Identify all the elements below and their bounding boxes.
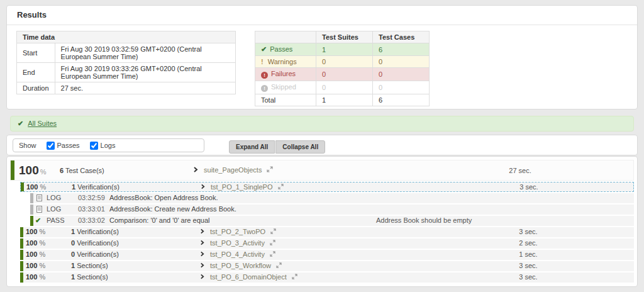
chevron-right-icon[interactable] [201,182,205,192]
test-duration: 3 sec. [506,261,550,271]
time-table-header: Time data [17,31,236,43]
skipped-cases: 0 [373,81,430,94]
status-bar-gray [30,205,33,215]
passes-checkbox-label[interactable]: Passes [40,142,80,150]
test-duration: 1 sec. [506,250,550,259]
controls-panel: Show Passes Logs Expand All Collapse All [6,135,638,155]
logs-checkbox-label[interactable]: Logs [84,142,116,150]
summary-row-warnings: !Warnings 0 0 [255,56,430,68]
status-bar-green [20,250,23,260]
log-row: LOG 03:32:59 AddressBook: Open Address B… [30,193,634,203]
chevron-right-icon[interactable] [200,227,204,237]
log-message: Comparison: '0' and '0' are equal [109,216,209,225]
status-bar-green [11,160,14,180]
test-row[interactable]: 100 % 1 Section(s) tst_PO_6_DomainObject… [20,272,634,283]
all-suites-bar[interactable]: ✔All Suites [10,116,634,132]
status-bar-green [20,272,23,283]
test-percent: 100 [26,183,38,191]
log-time: 03:33:01 [78,205,105,214]
document-icon [36,206,42,215]
summary-row-total: Total 1 6 [255,94,430,106]
test-row[interactable]: 100 % 1 Verification(s) tst_PO_2_TwoPO 3… [20,227,634,237]
failures-suites: 0 [316,68,373,81]
collapse-all-button[interactable]: Collapse All [275,140,325,154]
logs-checkbox[interactable] [90,142,98,150]
test-name-link[interactable]: tst_PO_3_Activity [210,239,265,247]
log-label: LOG [47,193,61,203]
suite-row[interactable]: 100% 6 Test Case(s) suite_PageObjects 27… [10,160,634,181]
skipped-circle-icon: ! [261,85,268,92]
all-suites-link[interactable]: All Suites [28,120,57,127]
time-end-label: End [17,63,55,82]
test-duration: 3 sec. [506,272,550,282]
show-filter-box: Show Passes Logs [13,138,204,152]
test-name-link[interactable]: tst_PO_6_DomainObject [210,273,287,281]
passes-cases: 6 [373,43,430,56]
failure-circle-icon: ! [261,72,268,79]
log-time: 03:33:02 [78,216,105,225]
expand-icon[interactable] [270,250,275,259]
warnings-cases: 0 [373,56,430,68]
time-duration-label: Duration [17,82,55,94]
time-end-value: Fri Aug 30 2019 03:33:26 GMT+0200 (Centr… [55,63,235,82]
chevron-right-icon[interactable] [193,166,198,174]
test-row[interactable]: 100 % 1 Verification(s) tst_PO_1_SingleP… [20,182,634,192]
log-message: AddressBook: Create new Address Book. [109,205,236,214]
test-percent: 100 [26,228,37,235]
summary-row-failures: !Failures 0 0 [255,68,430,81]
summary-col-suites: Test Suites [316,31,373,43]
test-row[interactable]: 100 % 0 Verification(s) tst_PO_4_Activit… [20,250,634,260]
test-row[interactable]: 100 % 1 Section(s) tst_PO_5_Workflow 3 s… [20,261,634,271]
suite-duration: 27 sec. [498,167,542,174]
page-title: Results [7,6,637,25]
suite-count-label: Test Case(s) [64,167,104,174]
chevron-right-icon[interactable] [200,239,204,248]
expand-icon[interactable] [267,166,273,174]
expand-icon[interactable] [270,227,276,237]
skipped-label: Skipped [271,83,296,91]
expand-icon[interactable] [276,261,282,271]
log-time: 03:32:59 [78,193,105,203]
time-data-table: Time data Start Fri Aug 30 2019 03:32:59… [16,31,236,94]
chevron-right-icon[interactable] [200,261,204,271]
check-icon: ✔ [261,45,267,53]
test-duration: 2 sec. [506,239,550,248]
results-panel: Results Time data Start Fri Aug 30 2019 … [6,5,638,110]
test-duration: 3 sec. [507,182,551,192]
expand-icon[interactable] [278,182,284,192]
summary-col-cases: Test Cases [373,31,430,43]
log-label: LOG [47,205,61,214]
test-row[interactable]: 100 % 0 Verification(s) tst_PO_3_Activit… [20,239,634,249]
test-name-link[interactable]: tst_PO_2_TwoPO [210,228,265,235]
test-percent: 100 [26,273,37,281]
log-row-pass: ✔ PASS 03:33:02 Comparison: '0' and '0' … [30,216,634,226]
log-message: AddressBook: Open Address Book. [109,193,218,203]
test-name-link[interactable]: tst_PO_1_SinglePO [211,183,272,191]
warning-icon: ! [261,58,264,65]
passes-checkbox[interactable] [47,142,55,150]
status-bar-green [20,261,23,271]
chevron-right-icon[interactable] [200,250,204,259]
status-bar-green [20,227,23,237]
total-cases: 6 [373,94,430,106]
failures-label: Failures [271,70,296,77]
status-bar-green [20,239,23,249]
suite-percent: 100 [19,164,39,177]
table-row: Duration 27 sec. [17,82,236,94]
suite-name-link[interactable]: suite_PageObjects [204,166,262,174]
log-note: Address Book should be empty [376,216,472,225]
check-icon: ✔ [18,120,23,127]
test-percent: 100 [26,239,37,247]
test-duration: 3 sec. [506,227,550,237]
test-name-link[interactable]: tst_PO_5_Workflow [210,262,271,269]
passes-suites: 1 [316,43,373,56]
expand-icon[interactable] [292,272,297,282]
test-name-link[interactable]: tst_PO_4_Activity [210,250,265,258]
chevron-right-icon[interactable] [200,272,204,282]
log-row: LOG 03:33:01 AddressBook: Create new Add… [30,205,634,215]
suite-percent-sign: % [40,168,47,176]
expand-all-button[interactable]: Expand All [229,140,275,154]
expand-collapse-group: Expand All Collapse All [229,140,325,154]
expand-icon[interactable] [270,239,275,248]
show-label: Show [19,142,36,149]
